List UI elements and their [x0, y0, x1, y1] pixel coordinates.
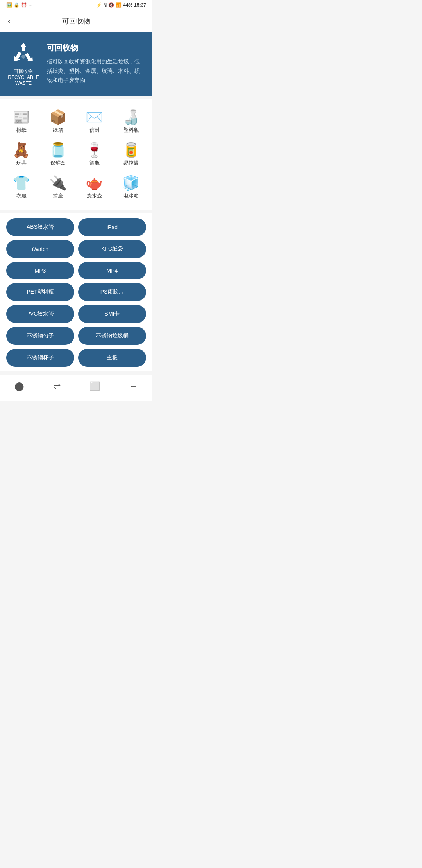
- lock-icon: 🔒: [14, 2, 20, 8]
- category-icon: 🍶: [122, 110, 140, 124]
- category-item[interactable]: 📦 纸箱: [40, 106, 77, 138]
- svg-marker-2: [25, 53, 33, 61]
- mute-icon: 🔇: [108, 2, 114, 8]
- category-label: 信封: [89, 127, 100, 134]
- svg-marker-1: [14, 52, 21, 61]
- nav-back-button[interactable]: ←: [123, 380, 144, 393]
- category-label: 酒瓶: [89, 160, 100, 167]
- wifi-icon: 📶: [116, 2, 122, 8]
- category-label: 衣服: [16, 192, 27, 199]
- item-button[interactable]: PET塑料瓶: [6, 283, 74, 301]
- banner-icon-label: 可回收物RECYCLABLE WASTE: [8, 68, 39, 87]
- bluetooth-icon: ⚡: [96, 2, 102, 8]
- category-label: 纸箱: [53, 127, 63, 134]
- time-text: 15:37: [134, 2, 146, 8]
- nav-recent-button[interactable]: ⇌: [47, 380, 67, 393]
- recycle-icon: [11, 41, 36, 66]
- item-button[interactable]: iWatch: [6, 240, 74, 258]
- camera-icon: 🖼️: [6, 2, 12, 8]
- category-icon: 🥫: [122, 143, 140, 157]
- battery-text: 44%: [123, 2, 132, 8]
- category-icon: 📦: [49, 110, 67, 124]
- header: ‹ 可回收物: [0, 10, 152, 32]
- back-icon: ‹: [8, 16, 11, 25]
- category-item[interactable]: 👕 衣服: [3, 171, 40, 204]
- category-icon: 🧊: [122, 176, 140, 190]
- page-title: 可回收物: [62, 16, 90, 26]
- banner-section: 可回收物RECYCLABLE WASTE 可回收物 指可以回收和资源化用的生活垃…: [0, 32, 152, 96]
- category-icon: 🫙: [49, 143, 67, 157]
- category-icon: ✉️: [86, 110, 103, 124]
- item-button[interactable]: KFC纸袋: [78, 240, 146, 258]
- category-label: 玩具: [16, 160, 27, 167]
- category-item[interactable]: 🍶 塑料瓶: [113, 106, 150, 138]
- item-button[interactable]: MP3: [6, 262, 74, 279]
- category-grid: 📰 报纸 📦 纸箱 ✉️ 信封 🍶 塑料瓶 🧸 玩具 🫙 保鲜盒 🍷 酒瓶 🥫 …: [0, 99, 152, 210]
- category-item[interactable]: 🥫 易拉罐: [113, 138, 150, 171]
- items-section: ABS胶水管iPadiWatchKFC纸袋MP3MP4PET塑料瓶PS废胶片PV…: [0, 213, 152, 371]
- status-left: 🖼️ 🔒 ⏰ ···: [6, 2, 32, 8]
- category-icon: 🫖: [86, 176, 103, 190]
- item-button[interactable]: 不锈钢垃圾桶: [78, 327, 146, 345]
- item-button[interactable]: MP4: [78, 262, 146, 279]
- category-icon: 🧸: [13, 143, 30, 157]
- category-item[interactable]: 📰 报纸: [3, 106, 40, 138]
- svg-point-3: [21, 55, 25, 59]
- category-label: 电冰箱: [123, 192, 139, 199]
- more-icon: ···: [29, 2, 32, 8]
- item-button[interactable]: iPad: [78, 218, 146, 236]
- item-button[interactable]: 主板: [78, 349, 146, 367]
- category-label: 易拉罐: [123, 160, 139, 167]
- category-item[interactable]: 🫖 烧水壶: [76, 171, 113, 204]
- banner-icon-area: 可回收物RECYCLABLE WASTE: [8, 41, 39, 87]
- banner-content: 可回收物 指可以回收和资源化用的生活垃圾，包括纸类、塑料、金属、玻璃、木料、织物…: [47, 43, 145, 85]
- item-button[interactable]: 不锈钢杯子: [6, 349, 74, 367]
- category-label: 烧水壶: [87, 192, 102, 199]
- item-button[interactable]: PS废胶片: [78, 283, 146, 301]
- category-label: 塑料瓶: [123, 127, 139, 134]
- item-button[interactable]: 不锈钢勺子: [6, 327, 74, 345]
- item-button[interactable]: ABS胶水管: [6, 218, 74, 236]
- category-item[interactable]: 🔌 插座: [40, 171, 77, 204]
- nav-overview-button[interactable]: ⬜: [83, 380, 106, 393]
- category-item[interactable]: 🫙 保鲜盒: [40, 138, 77, 171]
- banner-description: 指可以回收和资源化用的生活垃圾，包括纸类、塑料、金属、玻璃、木料、织物和电子废弃…: [47, 57, 145, 85]
- item-button[interactable]: SMI卡: [78, 305, 146, 323]
- banner-title: 可回收物: [47, 43, 145, 53]
- svg-marker-0: [20, 43, 27, 51]
- status-bar: 🖼️ 🔒 ⏰ ··· ⚡ N 🔇 📶 44% 15:37: [0, 0, 152, 10]
- bottom-nav: ⬤⇌⬜←: [0, 375, 152, 401]
- category-icon: 🔌: [49, 176, 67, 190]
- back-button[interactable]: ‹: [6, 15, 12, 27]
- alarm-icon: ⏰: [21, 2, 27, 8]
- category-label: 插座: [53, 192, 63, 199]
- category-icon: 👕: [13, 176, 30, 190]
- category-label: 保鲜盒: [50, 160, 66, 167]
- category-label: 报纸: [16, 127, 27, 134]
- nav-home-button[interactable]: ⬤: [8, 380, 30, 393]
- category-icon: 📰: [13, 110, 30, 124]
- category-item[interactable]: 🧊 电冰箱: [113, 171, 150, 204]
- status-right: ⚡ N 🔇 📶 44% 15:37: [96, 2, 146, 8]
- category-item[interactable]: ✉️ 信封: [76, 106, 113, 138]
- category-icon: 🍷: [86, 143, 103, 157]
- category-item[interactable]: 🧸 玩具: [3, 138, 40, 171]
- item-button[interactable]: PVC胶水管: [6, 305, 74, 323]
- nfc-icon: N: [104, 2, 107, 8]
- category-item[interactable]: 🍷 酒瓶: [76, 138, 113, 171]
